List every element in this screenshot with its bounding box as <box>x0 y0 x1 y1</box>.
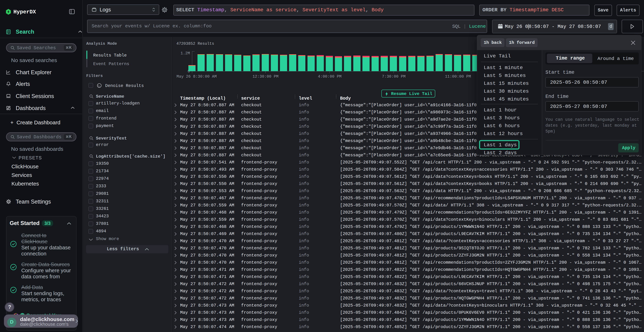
svg-text:4:00:00 PM: 4:00:00 PM <box>318 74 342 79</box>
svg-text:May 26 8:30:00 AM: May 26 8:30:00 AM <box>176 74 217 79</box>
svg-text:11:00:00 PM: 11:00:00 PM <box>445 74 471 79</box>
svg-text:12:30:00 PM: 12:30:00 PM <box>252 74 278 79</box>
svg-text:1.2M: 1.2M <box>180 51 190 56</box>
svg-text:7:30:00 PM: 7:30:00 PM <box>382 74 406 79</box>
